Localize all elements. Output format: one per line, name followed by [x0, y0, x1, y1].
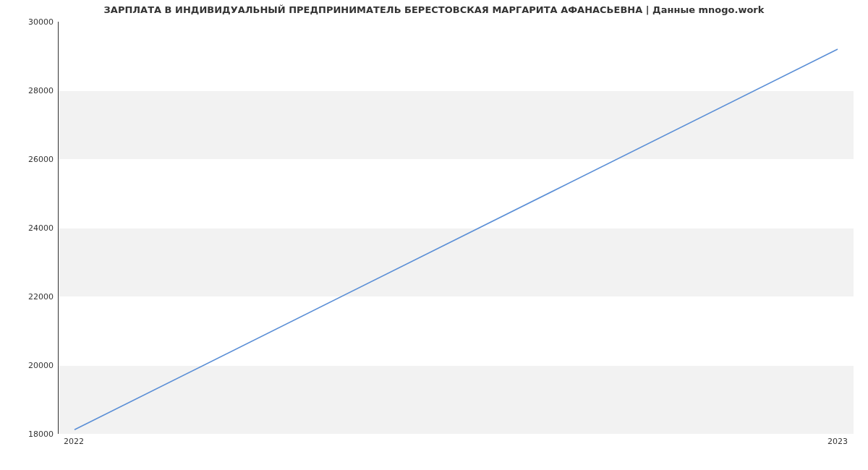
y-tick-label: 24000 [10, 223, 54, 233]
y-tick-label: 22000 [10, 292, 54, 302]
gridline [59, 434, 854, 435]
chart-container: ЗАРПЛАТА В ИНДИВИДУАЛЬНЫЙ ПРЕДПРИНИМАТЕЛ… [0, 0, 868, 470]
series-line [75, 49, 838, 430]
chart-title: ЗАРПЛАТА В ИНДИВИДУАЛЬНЫЙ ПРЕДПРИНИМАТЕЛ… [0, 4, 868, 15]
x-tick-label: 2022 [64, 437, 84, 446]
y-tick-label: 28000 [10, 86, 54, 95]
x-tick-label: 2023 [827, 437, 848, 446]
y-tick-label: 30000 [10, 17, 54, 27]
plot-area [58, 22, 854, 434]
y-tick-label: 20000 [10, 361, 54, 370]
line-layer [59, 22, 854, 433]
y-tick-label: 18000 [10, 430, 54, 439]
y-tick-label: 26000 [10, 155, 54, 164]
